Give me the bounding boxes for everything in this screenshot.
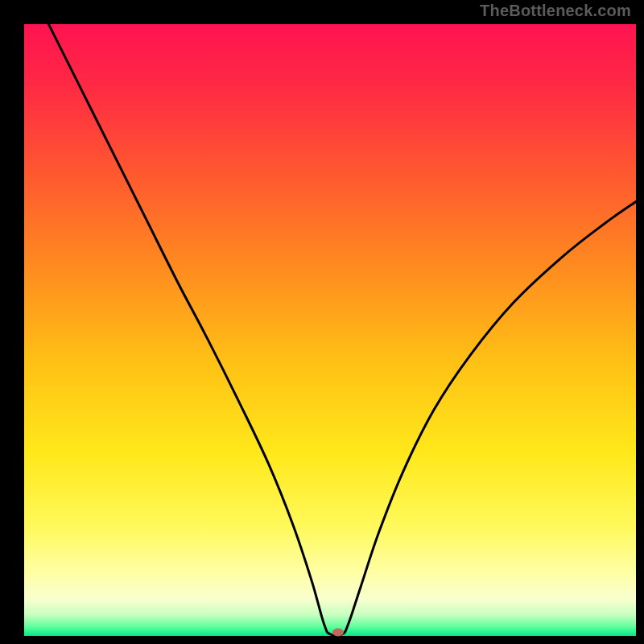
chart-stage: TheBottleneck.com (0, 0, 644, 644)
bottleneck-chart (0, 0, 644, 644)
optimal-point-marker (332, 628, 344, 636)
gradient-background (24, 24, 636, 636)
